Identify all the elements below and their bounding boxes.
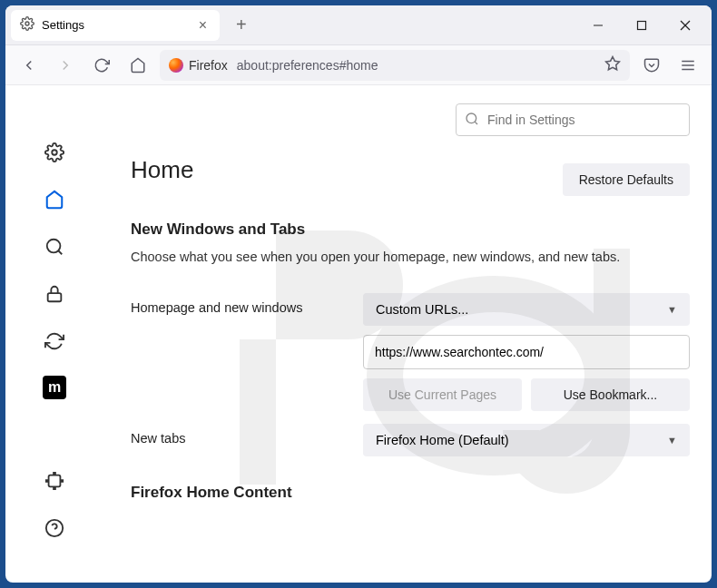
chevron-down-icon: ▼ [667, 435, 677, 446]
menu-button[interactable] [673, 51, 702, 80]
sidebar-search[interactable] [42, 234, 67, 260]
section-firefox-home-content-title: Firefox Home Content [131, 484, 690, 502]
new-tab-button[interactable]: + [229, 11, 254, 39]
svg-point-9 [52, 150, 57, 155]
search-icon [465, 112, 479, 130]
sidebar-help[interactable] [42, 515, 67, 541]
homepage-url-input[interactable] [363, 335, 690, 369]
tab-settings[interactable]: Settings × [11, 10, 220, 41]
newtabs-mode-select[interactable]: Firefox Home (Default) ▼ [363, 424, 690, 456]
firefox-brand: Firefox [169, 58, 228, 73]
sidebar-privacy[interactable] [42, 281, 67, 307]
homepage-mode-value: Custom URLs... [376, 302, 468, 317]
sidebar-home[interactable] [42, 187, 67, 212]
browser-window: Settings × + Firefox about:preferences#h… [5, 5, 712, 583]
svg-rect-12 [48, 293, 62, 301]
content-area: m Home Restore Defaults New Windows and … [5, 85, 712, 583]
close-tab-button[interactable]: × [195, 17, 211, 34]
svg-line-11 [58, 250, 62, 254]
sidebar-extensions[interactable] [42, 468, 67, 494]
sidebar-more-mozilla[interactable]: m [43, 376, 66, 399]
sidebar-general[interactable] [42, 140, 67, 165]
maximize-button[interactable] [621, 11, 663, 40]
gear-icon [20, 16, 34, 34]
settings-main: Home Restore Defaults New Windows and Ta… [103, 85, 712, 583]
urlbar-address: about:preferences#home [237, 58, 378, 73]
svg-point-0 [25, 22, 29, 25]
row-new-tabs: New tabs Firefox Home (Default) ▼ [131, 424, 690, 456]
svg-rect-2 [638, 21, 646, 29]
settings-sidebar: m [5, 85, 103, 583]
svg-line-17 [475, 122, 477, 124]
window-controls [577, 11, 706, 40]
chevron-down-icon: ▼ [667, 304, 677, 315]
use-current-pages-button[interactable]: Use Current Pages [363, 378, 522, 411]
homepage-label: Homepage and new windows [131, 293, 345, 315]
bookmark-star-icon[interactable] [604, 55, 621, 74]
close-window-button[interactable] [664, 11, 706, 40]
url-bar[interactable]: Firefox about:preferences#home [160, 50, 630, 81]
newtabs-mode-value: Firefox Home (Default) [376, 433, 509, 447]
minimize-button[interactable] [577, 11, 619, 40]
sidebar-sync[interactable] [42, 328, 67, 354]
back-button[interactable] [15, 51, 44, 80]
newtabs-label: New tabs [131, 424, 345, 446]
svg-point-16 [467, 113, 476, 123]
forward-button[interactable] [51, 51, 80, 80]
homepage-mode-select[interactable]: Custom URLs... ▼ [363, 293, 690, 326]
find-in-settings [456, 103, 690, 136]
tab-title: Settings [42, 18, 84, 32]
use-bookmark-button[interactable]: Use Bookmark... [531, 378, 690, 411]
section-new-windows-tabs-title: New Windows and Tabs [131, 220, 690, 239]
toolbar: Firefox about:preferences#home [5, 45, 712, 85]
section-new-windows-tabs-desc: Choose what you see when you open your h… [131, 248, 690, 266]
row-homepage: Homepage and new windows Custom URLs... … [131, 293, 690, 411]
find-in-settings-input[interactable] [456, 103, 690, 136]
svg-point-10 [47, 240, 61, 253]
titlebar: Settings × + [5, 5, 712, 45]
pocket-button[interactable] [637, 51, 666, 80]
svg-marker-5 [606, 57, 620, 70]
home-toolbar-button[interactable] [123, 51, 152, 80]
firefox-logo-icon [169, 58, 183, 73]
restore-defaults-button[interactable]: Restore Defaults [563, 163, 690, 196]
reload-button[interactable] [87, 51, 116, 80]
urlbar-brand-text: Firefox [189, 58, 228, 73]
